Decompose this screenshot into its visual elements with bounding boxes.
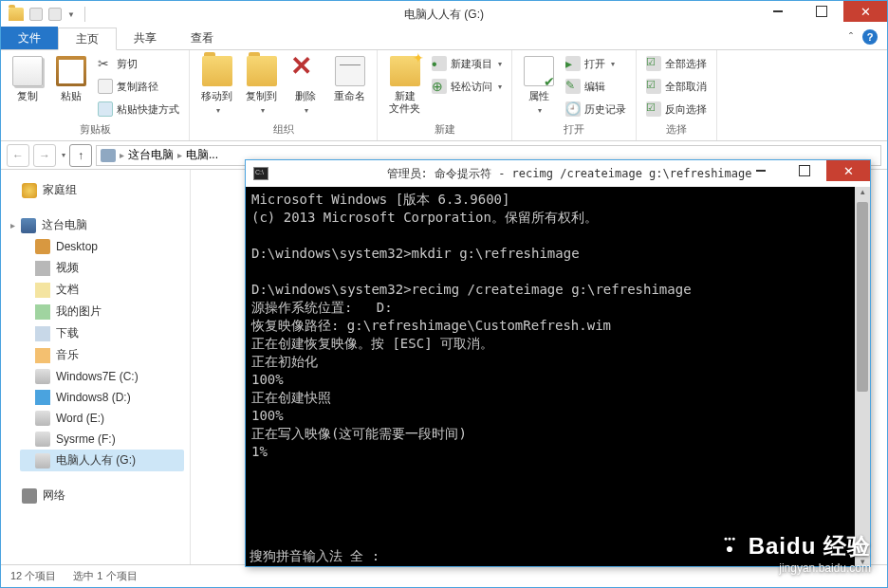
paste-button[interactable]: 粘贴 (52, 54, 90, 104)
group-label: 新建 (385, 120, 504, 138)
select-all-button[interactable]: 全部选择 (644, 54, 709, 73)
scrollbar-thumb[interactable] (857, 202, 868, 392)
sidebar: 家庭组 ▸这台电脑 Desktop 视频 文档 我的图片 下载 音乐 Windo… (1, 170, 191, 564)
qat-properties-icon[interactable] (29, 8, 43, 21)
group-label: 组织 (197, 120, 369, 138)
drive-icon (35, 369, 50, 384)
sidebar-item-music[interactable]: 音乐 (20, 344, 184, 366)
properties-button[interactable]: 属性▾ (520, 54, 558, 117)
new-item-button[interactable]: 新建项目▾ (430, 54, 504, 73)
ribbon-group-select: 全部选择 全部取消 反向选择 选择 (637, 50, 717, 140)
history-dropdown-icon[interactable]: ▾ (62, 151, 65, 159)
copy-path-button[interactable]: 复制路径 (96, 77, 181, 96)
drive-icon (35, 432, 50, 447)
collapse-ribbon-icon[interactable]: ˆ (849, 31, 853, 45)
homegroup-icon (22, 183, 37, 198)
tab-share[interactable]: 共享 (117, 27, 174, 49)
ribbon: 复制 粘贴 剪切 复制路径 粘贴快捷方式 剪贴板 移动到▾ 复制到▾ 删除▾ 重… (1, 50, 887, 141)
ime-status: 搜狗拼音输入法 全 : (246, 547, 855, 566)
pc-icon (21, 218, 36, 233)
cmd-output[interactable]: Microsoft Windows [版本 6.3.9600] (c) 2013… (246, 187, 870, 566)
rename-button[interactable]: 重命名 (330, 54, 369, 104)
document-icon (35, 283, 50, 298)
select-none-button[interactable]: 全部取消 (644, 77, 709, 96)
back-button[interactable]: ← (7, 144, 29, 167)
separator (84, 7, 85, 22)
group-label: 选择 (644, 120, 709, 138)
qat-newfolder-icon[interactable] (48, 8, 62, 21)
cmd-icon (253, 167, 268, 180)
paste-shortcut-button[interactable]: 粘贴快捷方式 (96, 100, 181, 119)
status-selected: 选中 1 个项目 (73, 569, 137, 583)
cmd-minimize-button[interactable] (739, 160, 783, 181)
picture-icon (35, 304, 50, 320)
sidebar-item-drive-f[interactable]: Sysrme (F:) (20, 429, 184, 450)
copy-button[interactable]: 复制 (9, 54, 46, 104)
sidebar-item-drive-g[interactable]: 电脑人人有 (G:) (20, 450, 184, 471)
status-bar: 12 个项目 选中 1 个项目 (1, 564, 887, 587)
sidebar-item-drive-e[interactable]: Word (E:) (20, 408, 184, 429)
group-label: 剪贴板 (9, 120, 181, 138)
group-label: 打开 (520, 120, 628, 138)
breadcrumb-current[interactable]: 电脑... (186, 147, 218, 163)
ribbon-group-new: 新建 文件夹 新建项目▾ 轻松访问▾ 新建 (378, 50, 512, 140)
sidebar-item-drive-d[interactable]: Windows8 (D:) (20, 387, 184, 408)
cmd-maximize-button[interactable] (783, 160, 826, 181)
tab-view[interactable]: 查看 (174, 27, 231, 49)
close-button[interactable] (843, 1, 887, 22)
help-icon[interactable]: ? (862, 29, 878, 45)
sidebar-item-homegroup[interactable]: 家庭组 (7, 179, 184, 201)
desktop-icon (35, 239, 50, 254)
sidebar-item-pictures[interactable]: 我的图片 (20, 301, 184, 322)
history-button[interactable]: 历史记录 (564, 100, 628, 119)
edit-button[interactable]: 编辑 (564, 77, 628, 96)
sidebar-item-drive-c[interactable]: Windows7E (C:) (20, 366, 184, 387)
music-icon (35, 348, 50, 363)
tab-file[interactable]: 文件 (1, 27, 58, 49)
ribbon-group-organize: 移动到▾ 复制到▾ 删除▾ 重命名 组织 (190, 50, 378, 140)
invert-selection-button[interactable]: 反向选择 (644, 100, 709, 119)
download-icon (35, 326, 50, 341)
video-icon (35, 261, 50, 276)
sidebar-item-network[interactable]: 网络 (7, 485, 184, 506)
cmd-scrollbar[interactable] (855, 187, 870, 566)
sidebar-item-documents[interactable]: 文档 (20, 279, 184, 301)
sidebar-item-downloads[interactable]: 下载 (20, 322, 184, 344)
cmd-window: 管理员: 命令提示符 - recimg /createimage g:\refr… (245, 159, 871, 567)
chevron-right-icon: ▸ (120, 150, 124, 160)
move-to-button[interactable]: 移动到▾ (197, 54, 236, 117)
new-folder-button[interactable]: 新建 文件夹 (385, 54, 424, 117)
sidebar-item-videos[interactable]: 视频 (20, 257, 184, 279)
windows-icon (35, 390, 50, 405)
maximize-button[interactable] (800, 1, 843, 22)
ribbon-group-open: 属性▾ 打开▾ 编辑 历史记录 打开 (512, 50, 637, 140)
status-item-count: 12 个项目 (10, 569, 56, 583)
delete-button[interactable]: 删除▾ (287, 54, 324, 117)
forward-button[interactable]: → (33, 144, 56, 167)
qat-dropdown-icon[interactable]: ▼ (67, 10, 75, 19)
cmd-titlebar[interactable]: 管理员: 命令提示符 - recimg /createimage g:\refr… (246, 160, 870, 187)
pc-icon (101, 149, 116, 162)
drive-icon (35, 411, 50, 426)
drive-icon (35, 453, 50, 469)
chevron-right-icon: ▸ (177, 150, 182, 160)
minimize-button[interactable] (756, 1, 800, 22)
app-icon (9, 8, 24, 21)
copy-to-button[interactable]: 复制到▾ (242, 54, 281, 117)
cut-button[interactable]: 剪切 (96, 54, 181, 73)
cmd-close-button[interactable] (826, 160, 870, 181)
explorer-titlebar[interactable]: ▼ 电脑人人有 (G:) (1, 1, 887, 28)
network-icon (22, 488, 37, 504)
breadcrumb-root[interactable]: 这台电脑 (128, 147, 174, 163)
window-title: 电脑人人有 (G:) (404, 7, 484, 23)
easy-access-button[interactable]: 轻松访问▾ (430, 77, 504, 96)
tab-home[interactable]: 主页 (58, 28, 117, 50)
sidebar-item-thispc[interactable]: ▸这台电脑 (7, 214, 184, 236)
ribbon-group-clipboard: 复制 粘贴 剪切 复制路径 粘贴快捷方式 剪贴板 (1, 50, 190, 140)
up-button[interactable]: ↑ (69, 144, 92, 167)
open-button[interactable]: 打开▾ (564, 54, 628, 73)
ribbon-tabs: 文件 主页 共享 查看 ˆ ? (1, 28, 887, 50)
sidebar-item-desktop[interactable]: Desktop (20, 236, 184, 257)
